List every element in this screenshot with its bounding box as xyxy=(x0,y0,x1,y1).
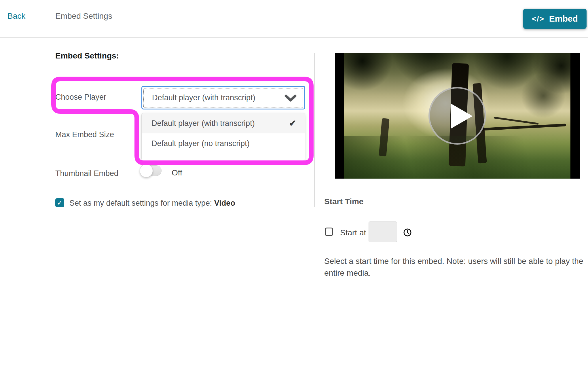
embed-button-label: Embed xyxy=(549,14,578,24)
tree-branch xyxy=(480,124,566,131)
chevron-down-icon xyxy=(284,94,297,102)
max-embed-size-label: Max Embed Size xyxy=(55,130,114,139)
option-default-player-with-transcript[interactable]: Default player (with transcript) ✔ xyxy=(142,113,305,133)
choose-player-options-menu: Default player (with transcript) ✔ Defau… xyxy=(141,113,305,161)
option-default-player-no-transcript[interactable]: Default player (no transcript) xyxy=(142,133,305,154)
clock-icon xyxy=(403,228,412,237)
option-label: Default player (no transcript) xyxy=(151,139,250,148)
header-divider xyxy=(0,37,588,38)
section-title: Embed Settings: xyxy=(55,51,119,60)
option-label: Default player (with transcript) xyxy=(151,119,255,128)
media-type-value: Video xyxy=(214,199,235,207)
thumbnail-embed-toggle[interactable] xyxy=(140,165,162,176)
play-icon xyxy=(451,103,473,129)
selected-check-icon: ✔ xyxy=(289,113,296,133)
code-icon: </> xyxy=(532,14,545,23)
tree-branch xyxy=(494,117,538,125)
embed-settings-page: Back Embed Settings </> Embed Embed Sett… xyxy=(0,0,588,386)
play-button[interactable] xyxy=(428,87,486,145)
embed-button[interactable]: </> Embed xyxy=(523,9,587,29)
choose-player-dropdown[interactable]: Default player (with transcript) xyxy=(141,86,305,109)
column-divider xyxy=(314,53,315,207)
check-icon: ✓ xyxy=(57,199,62,207)
start-at-checkbox[interactable] xyxy=(325,228,333,236)
default-settings-checkbox[interactable]: ✓ xyxy=(55,198,64,207)
default-settings-label: Set as my default settings for media typ… xyxy=(69,199,235,208)
start-time-help-text: Select a start time for this embed. Note… xyxy=(324,255,585,279)
choose-player-label: Choose Player xyxy=(55,93,106,102)
page-title: Embed Settings xyxy=(55,12,112,21)
thumbnail-embed-label: Thumbnail Embed xyxy=(55,169,118,178)
start-time-input[interactable] xyxy=(369,222,397,242)
toggle-knob xyxy=(140,164,153,177)
start-at-label: Start at xyxy=(340,228,366,237)
default-settings-text: Set as my default settings for media typ… xyxy=(69,199,214,207)
dropdown-selected-value: Default player (with transcript) xyxy=(152,87,255,109)
start-time-title: Start Time xyxy=(324,197,363,206)
back-link[interactable]: Back xyxy=(7,12,25,21)
thumbnail-embed-state: Off xyxy=(172,168,182,177)
